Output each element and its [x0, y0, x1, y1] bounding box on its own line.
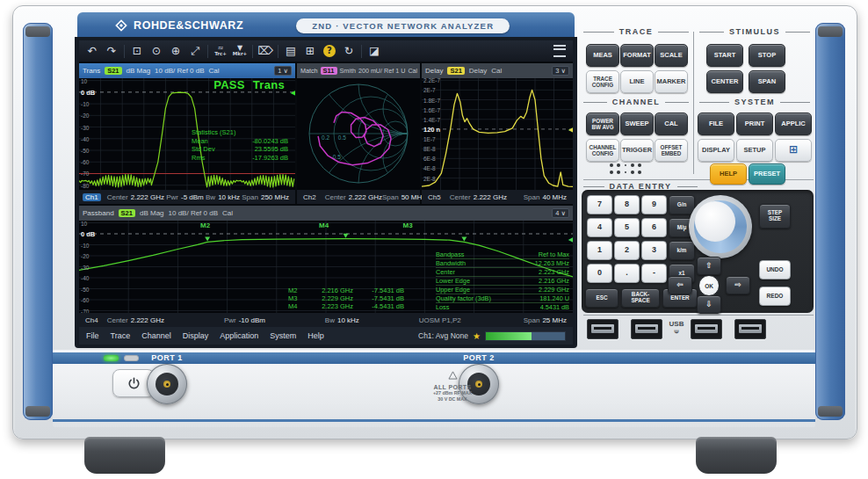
channel-trigger-button[interactable]: TRIGGER — [620, 139, 654, 162]
stimulus-center-button[interactable]: CENTER — [706, 70, 743, 93]
usb-port[interactable] — [631, 319, 662, 339]
marker-flag-m4[interactable]: M4 — [319, 221, 329, 229]
zoom-select-icon[interactable]: ⊡ — [127, 42, 147, 60]
undo-icon[interactable]: ↶ — [83, 42, 102, 60]
key-3[interactable]: 3 — [641, 241, 667, 260]
zoom-reset-icon[interactable]: ⊕ — [166, 42, 185, 60]
full-span-icon[interactable]: ⤢ — [185, 42, 205, 60]
trace-format-button[interactable]: FORMAT — [620, 44, 654, 67]
status-field: Center2.222 GHz — [450, 193, 507, 201]
key-8[interactable]: 8 — [614, 195, 640, 214]
key-4[interactable]: 4 — [587, 218, 612, 237]
arrow-down-button[interactable]: ⇩ — [697, 295, 721, 314]
key-7[interactable]: 7 — [587, 195, 612, 214]
add-marker-icon[interactable]: ▼Mkr+ — [230, 42, 250, 60]
usb-port[interactable] — [691, 319, 722, 339]
key-esc[interactable]: ESC — [585, 288, 618, 308]
system-applic-button[interactable]: APPLIC — [775, 112, 812, 135]
system-setup-button[interactable]: SETUP — [736, 139, 773, 162]
marker-flag-m2[interactable]: M2 — [200, 221, 210, 229]
redo-button[interactable]: REDO — [759, 287, 791, 306]
usb-port[interactable] — [734, 319, 766, 339]
pass-fail-label: PASSTrans — [213, 78, 285, 91]
menu-item-trace[interactable]: Trace — [111, 331, 131, 340]
trans-plot[interactable]: 100 dB-10-20-30-40-50-60-70-80 PASSTrans… — [79, 78, 295, 190]
diagram-area-match[interactable]: Match S11 Smith 200 mU/ Ref 1 U Cal 2∨ 0… — [297, 63, 420, 204]
ok-button[interactable]: OK — [698, 275, 720, 296]
print-icon[interactable]: ▤ — [281, 42, 300, 60]
status-field: Pwr-5 dBm — [166, 193, 204, 201]
favorite-star-icon[interactable]: ★ — [473, 331, 481, 341]
key-g-n[interactable]: G/n — [669, 195, 695, 214]
system-print-button[interactable]: PRINT — [736, 112, 773, 135]
key-1[interactable]: 1 — [587, 241, 612, 260]
trace-header-trans[interactable]: Trans S21 dB Mag 10 dB/ Ref 0 dB Cal 1∨ — [79, 63, 295, 78]
marker-info-block: M22.216 GHz-7.5431 dBM32.229 GHz-7.5431 … — [288, 287, 404, 310]
trace-meas-button[interactable]: MEAS — [586, 44, 619, 67]
key--[interactable]: - — [641, 264, 667, 283]
trace-header-passband[interactable]: Passband S21 dB Mag 10 dB/ Ref 0 dB Cal … — [79, 206, 573, 221]
toolbar-separator — [252, 45, 253, 58]
key--[interactable]: . — [614, 264, 640, 283]
undo-button[interactable]: UNDO — [759, 260, 791, 279]
menu-item-help[interactable]: Help — [307, 331, 324, 340]
channel-power-bw-avg-button[interactable]: POWER BW AVG — [586, 112, 619, 135]
arrow-up-button[interactable]: ⇧ — [697, 257, 721, 275]
trace-header-match[interactable]: Match S11 Smith 200 mU/ Ref 1 U Cal 2∨ — [297, 63, 420, 78]
windows-key[interactable]: ⊞ — [775, 139, 812, 162]
stimulus-stop-button[interactable]: STOP — [749, 44, 785, 67]
display-color-icon[interactable]: ◪ — [365, 42, 384, 60]
diagram-selector[interactable]: 4∨ — [552, 208, 569, 218]
system-preset-button[interactable]: PRESET — [749, 163, 785, 185]
trace-marker-button[interactable]: MARKER — [655, 70, 688, 93]
help-icon[interactable]: ? — [320, 42, 339, 60]
key-9[interactable]: 9 — [641, 195, 667, 214]
diagram-area-passband[interactable]: Passband S21 dB Mag 10 dB/ Ref 0 dB Cal … — [79, 206, 573, 327]
key-back-space[interactable]: BACK- SPACE — [621, 288, 660, 308]
diagram-selector[interactable]: 3∨ — [552, 66, 569, 76]
rotary-knob[interactable] — [689, 195, 752, 258]
key-2[interactable]: 2 — [614, 241, 640, 260]
stimulus-start-button[interactable]: START — [706, 44, 743, 67]
diagram-selector[interactable]: 1∨ — [274, 66, 292, 76]
marker-flag-m3[interactable]: M3 — [403, 221, 413, 229]
restart-sweep-icon[interactable]: ↻ — [339, 42, 358, 60]
menu-item-display[interactable]: Display — [183, 331, 209, 340]
smith-plot[interactable]: 0.20.5-0.5 — [297, 78, 420, 190]
passband-plot[interactable]: 100 dB-10-20-30-40-50-60-70 M2M4M3 ◀ M22… — [79, 221, 573, 313]
stimulus-span-button[interactable]: SPAN — [749, 70, 785, 93]
arrow-left-button[interactable]: ⇦ — [668, 276, 692, 294]
diagram-area-delay[interactable]: Delay S21 Delay Cal 3∨ 2.2E-72E-71.8E-71… — [422, 63, 573, 204]
channel-cal-button[interactable]: CAL — [655, 112, 688, 135]
channel-offset-embed-button[interactable]: OFFSET EMBED — [655, 139, 688, 162]
system-help-button[interactable]: HELP — [710, 163, 747, 185]
trace-header-delay[interactable]: Delay S21 Delay Cal 3∨ — [422, 63, 573, 78]
diagram-area-trans[interactable]: Trans S21 dB Mag 10 dB/ Ref 0 dB Cal 1∨ … — [79, 63, 295, 204]
trace-scale-button[interactable]: SCALE — [655, 44, 688, 67]
channel-channel-config-button[interactable]: CHANNEL CONFIG — [586, 139, 619, 162]
trace-trace-config-button[interactable]: TRACE CONFIG — [586, 70, 619, 93]
system-file-button[interactable]: FILE — [698, 112, 734, 135]
tile-windows-icon[interactable]: ⊞ — [300, 42, 320, 60]
add-trace-icon[interactable]: ≈Trc+ — [211, 42, 230, 60]
menu-item-application[interactable]: Application — [220, 331, 258, 340]
system-display-button[interactable]: DISPLAY — [698, 139, 734, 162]
key-6[interactable]: 6 — [641, 218, 667, 237]
usb-port[interactable] — [587, 319, 618, 339]
key-0[interactable]: 0 — [587, 264, 612, 283]
port1-connector[interactable] — [147, 364, 187, 404]
step-size-button[interactable]: STEP SIZE — [759, 204, 791, 229]
delay-plot[interactable]: 2.2E-72E-71.8E-71.6E-71.4E-7120 n1E-78E-… — [422, 78, 573, 190]
redo-icon[interactable]: ↷ — [102, 42, 121, 60]
delete-trace-icon[interactable]: ⌦ — [256, 42, 275, 60]
hamburger-menu-icon[interactable] — [553, 45, 566, 57]
channel-sweep-button[interactable]: SWEEP — [620, 112, 654, 135]
trace-line-button[interactable]: LINE — [620, 70, 654, 93]
arrow-right-button[interactable]: ⇨ — [726, 276, 750, 294]
key-k-m[interactable]: k/m — [669, 241, 695, 260]
menu-item-system[interactable]: System — [270, 331, 296, 340]
menu-item-file[interactable]: File — [86, 331, 99, 340]
key-5[interactable]: 5 — [614, 218, 640, 237]
menu-item-channel[interactable]: Channel — [141, 331, 171, 340]
zoom-1-1-icon[interactable]: ⊙ — [147, 42, 166, 60]
